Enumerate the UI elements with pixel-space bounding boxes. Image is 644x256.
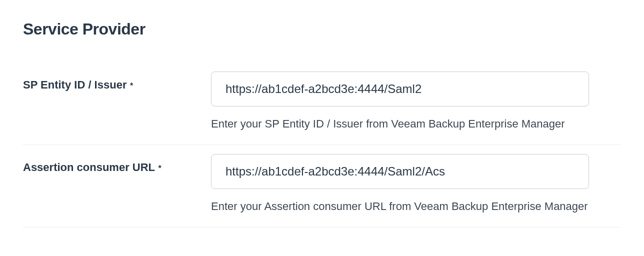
label-col: Assertion consumer URL * xyxy=(23,154,211,174)
required-indicator: * xyxy=(130,82,133,90)
label-col: SP Entity ID / Issuer * xyxy=(23,72,211,92)
sp-entity-label: SP Entity ID / Issuer xyxy=(23,78,126,91)
sp-entity-input[interactable] xyxy=(211,72,589,106)
acs-url-input[interactable] xyxy=(211,154,589,189)
form-row-sp-entity: SP Entity ID / Issuer * Enter your SP En… xyxy=(23,62,621,145)
form-row-acs-url: Assertion consumer URL * Enter your Asse… xyxy=(23,145,621,228)
acs-url-help: Enter your Assertion consumer URL from V… xyxy=(211,200,621,213)
section-title: Service Provider xyxy=(23,20,621,38)
input-col: Enter your SP Entity ID / Issuer from Ve… xyxy=(211,72,621,130)
sp-entity-help: Enter your SP Entity ID / Issuer from Ve… xyxy=(211,118,621,130)
required-indicator: * xyxy=(158,164,162,172)
input-col: Enter your Assertion consumer URL from V… xyxy=(211,154,621,213)
acs-url-label: Assertion consumer URL xyxy=(23,161,155,174)
